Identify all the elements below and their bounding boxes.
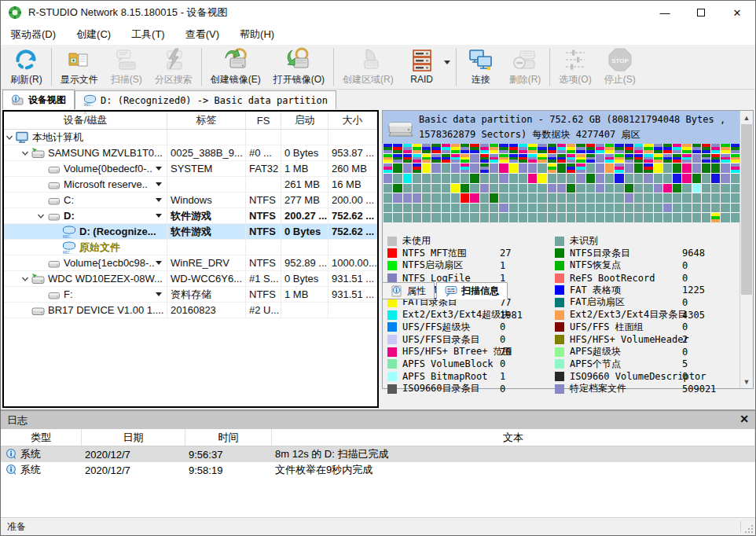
scan-block	[480, 204, 489, 213]
menu-item-1[interactable]: 创建(C)	[66, 24, 121, 45]
legend-item: NTFS恢复点0	[555, 259, 706, 271]
toolbar-button-scan[interactable]: 扫描(S)	[105, 45, 149, 89]
log-row-1[interactable]: 系统2020/12/79:58:19文件枚举在9秒内完成	[1, 462, 755, 478]
minimize-button[interactable]: —	[647, 1, 683, 24]
tree-row-11[interactable]: BR17 DEVICE V1.00 1....20160823#2 U...	[4, 303, 377, 318]
row-dropdown-icon[interactable]	[156, 214, 162, 218]
toolbar-button-create-image[interactable]: 创建镜像(E)	[204, 45, 267, 89]
column-header-0[interactable]: 设备/磁盘^	[4, 112, 167, 129]
close-button[interactable]: ✕	[719, 1, 755, 24]
maximize-button[interactable]	[683, 1, 719, 24]
tree-row-1[interactable]: SAMSUNG MZVLB1T0...0025_388B_9...#0 ...0…	[4, 145, 377, 161]
scan-block	[431, 204, 440, 213]
row-dropdown-icon[interactable]	[156, 167, 162, 171]
scan-block	[615, 163, 623, 173]
column-header-2[interactable]: FS	[246, 112, 281, 129]
menu-item-3[interactable]: 查看(V)	[175, 24, 229, 45]
toolbar-button-open-image[interactable]: 打开镜像(O)	[267, 45, 331, 89]
scan-block	[576, 213, 585, 222]
scroll-up-icon[interactable]: ▲	[740, 111, 753, 124]
indent-spacer	[35, 258, 46, 269]
volume-icon	[46, 194, 61, 207]
toolbar-button-connect[interactable]: 连接	[459, 45, 503, 89]
toolbar-button-refresh[interactable]: 刷新(R)	[4, 45, 49, 89]
scan-block	[711, 184, 720, 193]
scan-block	[605, 174, 614, 183]
toolbar-button-raid[interactable]: RAID	[400, 46, 444, 87]
log-column-1[interactable]: 日期	[82, 429, 185, 446]
volume-icon	[46, 163, 61, 175]
log-column-2[interactable]: 时间	[185, 429, 272, 446]
scan-block-map[interactable]	[384, 144, 739, 222]
resize-grip[interactable]	[744, 524, 754, 534]
tree-row-2[interactable]: Volume{0bedecf0-..SYSTEMFAT321 MB260 MB	[4, 161, 377, 177]
toolbar-button-options[interactable]: 选项(O)	[552, 45, 597, 89]
tree-row-0[interactable]: 本地计算机	[4, 130, 377, 145]
toolbar-button-delete[interactable]: 删除(R)	[503, 45, 548, 89]
toolbar-button-part-search[interactable]: 分区搜索	[149, 45, 199, 89]
tab-properties[interactable]: 属性	[382, 282, 435, 299]
column-header-4[interactable]: 大小	[328, 112, 377, 129]
expand-chevron-icon[interactable]	[35, 211, 46, 222]
column-header-3[interactable]: 启动	[281, 112, 328, 129]
scan-panel-scrollbar[interactable]: ▲ ▼	[739, 111, 753, 388]
scan-block	[625, 163, 633, 173]
column-header-1[interactable]: 标签	[167, 112, 246, 129]
legend-swatch	[555, 274, 564, 283]
scan-block	[567, 204, 575, 213]
scan-block	[528, 174, 537, 183]
toolbar-button-show-files[interactable]: 显示文件	[54, 45, 105, 89]
menu-item-4[interactable]: 帮助(H)	[229, 24, 284, 45]
scan-block	[442, 193, 450, 203]
label-cell	[167, 130, 246, 145]
scan-block	[519, 213, 527, 222]
tree-row-9[interactable]: WDC WD10EZEX-08W...WD-WCC6Y6...#1 S...0 …	[4, 271, 377, 287]
log-column-3[interactable]: 文本	[272, 429, 755, 446]
scan-block	[538, 204, 546, 213]
legend-item: APFS VolumeBlock0	[387, 358, 512, 370]
partition-info-text: Basic data partition - 752.62 GB (808121…	[419, 112, 739, 141]
menu-item-0[interactable]: 驱动器(D)	[1, 24, 66, 45]
tree-row-7[interactable]: REC.原始文件	[4, 240, 377, 255]
row-dropdown-icon[interactable]	[156, 292, 162, 296]
expand-chevron-icon[interactable]	[20, 148, 31, 159]
scan-block	[393, 204, 402, 213]
tree-row-5[interactable]: D:软件游戏NTFS200.27 ...752.62 ...	[4, 208, 377, 224]
toolbar-button-stop[interactable]: STOP停止(S)	[598, 45, 642, 89]
log-column-0[interactable]: 类型	[1, 429, 82, 446]
scan-block	[480, 184, 489, 193]
scroll-down-icon[interactable]: ▼	[740, 375, 753, 388]
toolbar-button-create-region[interactable]: 创建区域(R)	[336, 45, 400, 89]
row-dropdown-icon[interactable]	[156, 198, 162, 202]
scan-block	[499, 154, 508, 163]
log-close-icon[interactable]: ✕	[739, 413, 749, 425]
tree-row-4[interactable]: C:WindowsNTFS277 MB200.00 ...	[4, 193, 377, 208]
label-cell: 资料存储	[167, 287, 246, 303]
tab-device-view[interactable]: 设备视图	[2, 90, 75, 109]
tab-scan-info[interactable]: 扫描信息	[436, 282, 508, 299]
info-icon	[6, 464, 17, 475]
expand-chevron-icon[interactable]	[4, 132, 15, 143]
scan-block	[528, 193, 537, 203]
tree-row-3[interactable]: Microsoft reserve..261 MB16 MB	[4, 177, 377, 193]
fs-cell	[246, 130, 281, 145]
tree-row-6[interactable]: REC.D: (Recognize...软件游戏NTFS0 Bytes752.6…	[4, 224, 377, 240]
scan-block	[470, 154, 479, 163]
log-row-0[interactable]: 系统2020/12/79:56:378m 12s 的 D: 扫描已完成	[1, 446, 755, 462]
menu-item-2[interactable]: 工具(T)	[121, 24, 175, 45]
tree-row-8[interactable]: Volume{1ecb0c98-..WinRE_DRVNTFS952.89 ..…	[4, 255, 377, 271]
raid-dropdown-icon[interactable]	[444, 61, 450, 64]
tab-recognized-partition[interactable]: REC. D: (Recognized0) -> Basic data part…	[75, 90, 336, 109]
scrollbar-thumb[interactable]	[741, 124, 752, 295]
row-dropdown-icon[interactable]	[156, 182, 162, 186]
scan-block	[567, 193, 575, 203]
scan-panel: Basic data partition - 752.62 GB (808121…	[382, 110, 754, 389]
scan-block	[721, 154, 729, 163]
tree-row-10[interactable]: F:资料存储NTFS1 MB931.51 ...	[4, 287, 377, 303]
scan-block	[499, 174, 508, 183]
scan-block	[644, 213, 652, 222]
row-dropdown-icon[interactable]	[156, 261, 162, 265]
label-cell: 0025_388B_9...	[167, 145, 246, 161]
scan-block	[721, 144, 729, 153]
expand-chevron-icon[interactable]	[20, 274, 31, 285]
